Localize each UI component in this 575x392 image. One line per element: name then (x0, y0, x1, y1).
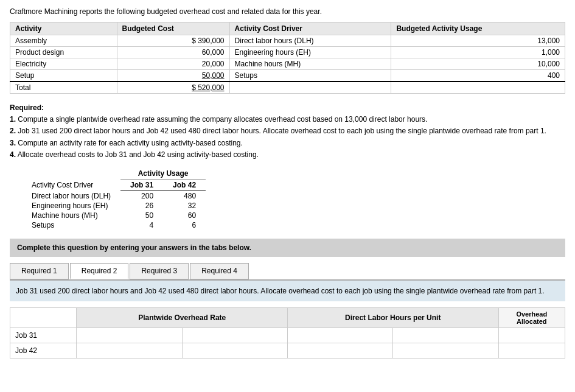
activity-usage-table: Activity Usage Activity Cost Driver Job … (22, 168, 206, 230)
data-table: Activity Budgeted Cost Activity Cost Dri… (10, 22, 565, 94)
table-row: Electricity 20,000 Machine hours (MH) 10… (10, 58, 565, 70)
col-driver: Activity Cost Driver (229, 23, 391, 35)
job42-overhead-input[interactable] (504, 346, 560, 355)
required-label: Required: (10, 103, 44, 112)
job-description: Job 31 used 200 direct labor hours and J… (10, 281, 565, 301)
job42-rate-input2[interactable] (187, 346, 282, 355)
req-num-4: 4. (10, 150, 16, 159)
required-section: Required: 1. Compute a single plantwide … (10, 102, 565, 161)
req-num-3: 3. (10, 139, 16, 147)
tab-required3[interactable]: Required 3 (130, 263, 189, 279)
req-num-2: 2. (10, 127, 16, 135)
job42-col-header: Job 42 (163, 179, 206, 191)
job42-rate-input1[interactable] (82, 346, 176, 355)
table-row: Product design 60,000 Engineering hours … (10, 47, 565, 58)
empty-header (10, 307, 77, 327)
activity-row: Direct labor hours (DLH) 200 480 (22, 191, 206, 201)
complete-box: Complete this question by entering your … (10, 239, 565, 257)
tab-required2[interactable]: Required 2 (70, 263, 129, 279)
job42-dlh-input1[interactable] (293, 346, 388, 355)
intro-text: Craftmore Machining reports the followin… (10, 7, 565, 16)
dlh-header: Direct Labor Hours per Unit (287, 307, 498, 327)
activity-usage-header: Activity Usage (120, 168, 206, 180)
total-row: Total $ 520,000 (10, 82, 565, 94)
activity-row: Engineering hours (EH) 26 32 (22, 201, 206, 211)
req-text-1: Compute a single plantwide overhead rate… (18, 115, 427, 124)
job31-rate-input1[interactable] (82, 331, 176, 340)
activity-row: Setups 4 6 (22, 220, 206, 230)
job31-col-header: Job 31 (120, 179, 163, 191)
req-text-4: Allocate overhead costs to Job 31 and Jo… (18, 150, 259, 159)
driver-col-header: Activity Cost Driver (22, 179, 120, 191)
col-activity: Activity (10, 23, 117, 35)
job31-overhead-input[interactable] (504, 331, 560, 340)
job31-dlh-input1[interactable] (293, 331, 388, 340)
job42-dlh-input2[interactable] (398, 346, 493, 355)
tab-required4[interactable]: Required 4 (190, 263, 249, 279)
col-usage: Budgeted Activity Usage (391, 23, 565, 35)
overhead-allocated-header: OverheadAllocated (498, 307, 565, 327)
job31-row: Job 31 (10, 327, 565, 343)
req-text-2: Job 31 used 200 direct labor hours and J… (18, 127, 546, 135)
table-row: Setup 50,000 Setups 400 (10, 70, 565, 82)
job31-rate-input2[interactable] (187, 331, 282, 340)
req-num-1: 1. (10, 115, 16, 124)
answer-table: Plantwide Overhead Rate Direct Labor Hou… (10, 307, 565, 359)
tabs-container: Required 1 Required 2 Required 3 Require… (10, 263, 565, 281)
plantwide-rate-header: Plantwide Overhead Rate (77, 307, 288, 327)
activity-row: Machine hours (MH) 50 60 (22, 211, 206, 220)
req-text-3: Compute an activity rate for each activi… (18, 139, 243, 147)
tab2-content: Job 31 used 200 direct labor hours and J… (10, 281, 565, 359)
tab-required1[interactable]: Required 1 (10, 263, 69, 279)
col-budgeted-cost: Budgeted Cost (117, 23, 229, 35)
job31-dlh-input2[interactable] (398, 331, 493, 340)
job42-row: Job 42 (10, 343, 565, 358)
table-row: Assembly $ 390,000 Direct labor hours (D… (10, 35, 565, 47)
